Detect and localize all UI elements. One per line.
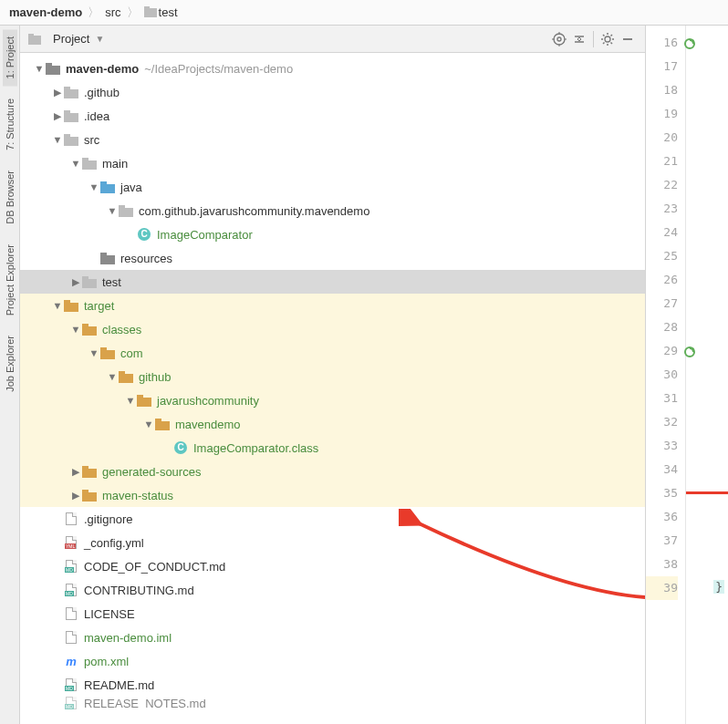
line-number: 26 — [646, 268, 678, 292]
minimize-icon[interactable] — [618, 29, 638, 49]
tree-node[interactable]: ▶CODE_OF_CONDUCT.md — [20, 554, 645, 578]
tree-node[interactable]: ▶maven-demo.iml — [20, 626, 645, 649]
svg-rect-25 — [64, 87, 70, 90]
line-number: 19 — [646, 102, 678, 126]
tree-node[interactable]: ▶generated-sources — [20, 460, 645, 483]
svg-rect-27 — [64, 110, 70, 114]
chevron-down-icon[interactable]: ▼ — [124, 395, 137, 406]
line-number: 28 — [646, 315, 678, 339]
svg-rect-29 — [64, 134, 70, 138]
line-number: 38 — [646, 553, 678, 576]
breadcrumb-item[interactable]: test — [144, 5, 178, 19]
md-file-icon — [66, 584, 77, 596]
tool-window-tabs: 1: Project7: StructureDB BrowserProject … — [0, 26, 20, 724]
svg-rect-48 — [137, 398, 151, 407]
svg-rect-36 — [100, 255, 115, 264]
tree-node[interactable]: ▼com.github.javarushcommunity.mavendemo — [20, 199, 645, 222]
tool-tab-db-browser[interactable]: DB Browser — [3, 163, 17, 232]
chevron-down-icon[interactable]: ▼ — [142, 419, 155, 429]
svg-point-5 — [557, 37, 561, 41]
target-icon[interactable] — [549, 29, 569, 49]
tree-node[interactable]: ▼javarushcommunity — [20, 388, 645, 412]
project-tree[interactable]: ▼maven-demo~/IdeaProjects/maven-demo▶.gi… — [20, 53, 645, 724]
tree-node[interactable]: ▼target — [20, 294, 645, 317]
svg-rect-28 — [64, 137, 78, 146]
tree-node[interactable]: ▶CImageComparator.class — [20, 436, 645, 460]
line-number: 32 — [646, 410, 678, 434]
svg-rect-1 — [144, 6, 150, 9]
chevron-down-icon[interactable]: ▼ — [88, 347, 100, 358]
tree-node[interactable]: ▶maven-status — [20, 483, 645, 507]
tree-node[interactable]: ▼com — [20, 341, 645, 365]
tree-node-label: .idea — [84, 109, 109, 123]
yml-file-icon — [66, 536, 77, 549]
svg-line-17 — [603, 35, 605, 36]
breadcrumb-item[interactable]: maven-demo — [9, 5, 82, 19]
chevron-right-icon[interactable]: ▶ — [51, 110, 64, 122]
tree-node[interactable]: ▶CImageComparator — [20, 222, 645, 246]
tree-node[interactable]: ▶.gitignore — [20, 507, 645, 531]
chevron-down-icon[interactable]: ▼ — [51, 134, 64, 145]
chevron-down-icon[interactable]: ▼ — [106, 371, 119, 382]
line-number: 27 — [646, 292, 678, 315]
tree-node[interactable]: ▶README.md — [20, 673, 645, 697]
tree-node[interactable]: ▶RELEASE_NOTES.md — [20, 697, 645, 709]
tree-node[interactable]: ▶test — [20, 270, 645, 294]
svg-point-12 — [605, 36, 610, 42]
tree-node[interactable]: ▼java — [20, 175, 645, 199]
line-number: 20 — [646, 126, 678, 150]
chevron-down-icon[interactable]: ▼ — [88, 181, 100, 192]
svg-rect-53 — [82, 466, 88, 470]
tree-node-label: target — [84, 299, 114, 313]
tree-node-hint: ~/IdeaProjects/maven-demo — [144, 62, 293, 76]
chevron-right-icon[interactable]: ▶ — [69, 276, 82, 288]
svg-rect-35 — [119, 205, 125, 209]
tree-node-label: main — [102, 157, 128, 171]
chevron-down-icon[interactable]: ▼ — [106, 205, 119, 216]
tree-node-label: mavendemo — [175, 418, 241, 431]
svg-line-20 — [611, 35, 613, 36]
svg-rect-23 — [46, 63, 52, 67]
tool-tab-1-project[interactable]: 1: Project — [3, 29, 17, 86]
tree-node[interactable]: ▼mavendemo — [20, 412, 645, 436]
svg-rect-0 — [144, 8, 157, 17]
tree-node[interactable]: ▼main — [20, 151, 645, 175]
chevron-down-icon[interactable]: ▼ — [69, 324, 82, 335]
line-number: 39 — [646, 576, 678, 600]
breadcrumb-item[interactable]: src — [105, 5, 120, 19]
tool-tab-7-structure[interactable]: 7: Structure — [3, 91, 17, 158]
tree-node-label: CODE_OF_CONDUCT.md — [84, 560, 225, 574]
tree-node[interactable]: ▶mpom.xml — [20, 649, 645, 673]
tree-node[interactable]: ▶_config.yml — [20, 531, 645, 554]
tool-tab-project-explorer[interactable]: Project Explorer — [3, 237, 17, 323]
tree-node[interactable]: ▶CONTRIBUTING.md — [20, 578, 645, 602]
line-number: 18 — [646, 78, 678, 102]
chevron-right-icon[interactable]: ▶ — [51, 87, 64, 98]
chevron-right-icon[interactable]: ▶ — [69, 466, 82, 478]
svg-rect-2 — [28, 36, 41, 45]
chevron-down-icon[interactable]: ▼ — [51, 300, 64, 311]
tool-tab-job-explorer[interactable]: Job Explorer — [3, 328, 17, 399]
svg-rect-45 — [100, 347, 107, 351]
tree-node[interactable]: ▼src — [20, 128, 645, 151]
tree-node[interactable]: ▶LICENSE — [20, 602, 645, 626]
line-number: 22 — [646, 173, 678, 197]
tree-node[interactable]: ▼github — [20, 365, 645, 388]
svg-rect-26 — [64, 113, 78, 122]
gear-icon[interactable] — [598, 29, 618, 49]
collapse-icon[interactable] — [569, 29, 589, 49]
tree-node[interactable]: ▼maven-demo~/IdeaProjects/maven-demo — [20, 57, 645, 80]
tree-node-label: .gitignore — [84, 512, 132, 526]
chevron-down-icon[interactable]: ▼ — [33, 63, 46, 74]
chevron-right-icon[interactable]: ▶ — [69, 490, 82, 502]
tree-node[interactable]: ▶resources — [20, 246, 645, 270]
pane-title[interactable]: Project ▼ — [27, 32, 104, 46]
tree-node[interactable]: ▼classes — [20, 317, 645, 341]
chevron-down-icon[interactable]: ▼ — [69, 158, 82, 169]
tree-node[interactable]: ▶.idea — [20, 104, 645, 128]
svg-rect-50 — [155, 421, 170, 430]
tree-node[interactable]: ▶.github — [20, 80, 645, 104]
svg-rect-47 — [119, 371, 125, 375]
tree-node-label: src — [84, 133, 99, 147]
tree-node-label: com — [120, 346, 143, 360]
